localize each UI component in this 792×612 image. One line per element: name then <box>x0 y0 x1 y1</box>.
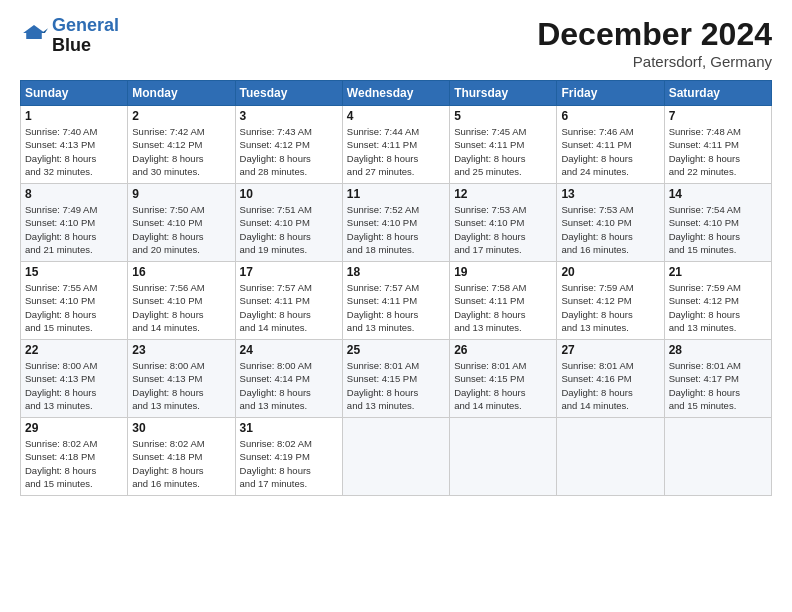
calendar-cell: 18Sunrise: 7:57 AM Sunset: 4:11 PM Dayli… <box>342 262 449 340</box>
day-detail: Sunrise: 7:44 AM Sunset: 4:11 PM Dayligh… <box>347 125 445 178</box>
calendar-cell: 5Sunrise: 7:45 AM Sunset: 4:11 PM Daylig… <box>450 106 557 184</box>
day-detail: Sunrise: 7:54 AM Sunset: 4:10 PM Dayligh… <box>669 203 767 256</box>
calendar: SundayMondayTuesdayWednesdayThursdayFrid… <box>20 80 772 496</box>
day-number: 14 <box>669 187 767 201</box>
calendar-cell: 14Sunrise: 7:54 AM Sunset: 4:10 PM Dayli… <box>664 184 771 262</box>
day-number: 24 <box>240 343 338 357</box>
day-detail: Sunrise: 7:53 AM Sunset: 4:10 PM Dayligh… <box>561 203 659 256</box>
day-detail: Sunrise: 7:46 AM Sunset: 4:11 PM Dayligh… <box>561 125 659 178</box>
weekday-header-sunday: Sunday <box>21 81 128 106</box>
weekday-header-row: SundayMondayTuesdayWednesdayThursdayFrid… <box>21 81 772 106</box>
day-detail: Sunrise: 7:49 AM Sunset: 4:10 PM Dayligh… <box>25 203 123 256</box>
day-detail: Sunrise: 8:01 AM Sunset: 4:16 PM Dayligh… <box>561 359 659 412</box>
calendar-cell: 23Sunrise: 8:00 AM Sunset: 4:13 PM Dayli… <box>128 340 235 418</box>
day-number: 16 <box>132 265 230 279</box>
calendar-cell: 3Sunrise: 7:43 AM Sunset: 4:12 PM Daylig… <box>235 106 342 184</box>
day-detail: Sunrise: 7:43 AM Sunset: 4:12 PM Dayligh… <box>240 125 338 178</box>
weekday-header-tuesday: Tuesday <box>235 81 342 106</box>
calendar-cell: 2Sunrise: 7:42 AM Sunset: 4:12 PM Daylig… <box>128 106 235 184</box>
calendar-cell: 4Sunrise: 7:44 AM Sunset: 4:11 PM Daylig… <box>342 106 449 184</box>
day-number: 15 <box>25 265 123 279</box>
day-detail: Sunrise: 8:00 AM Sunset: 4:14 PM Dayligh… <box>240 359 338 412</box>
header: General Blue December 2024 Patersdorf, G… <box>20 16 772 70</box>
calendar-week-2: 8Sunrise: 7:49 AM Sunset: 4:10 PM Daylig… <box>21 184 772 262</box>
day-detail: Sunrise: 8:00 AM Sunset: 4:13 PM Dayligh… <box>25 359 123 412</box>
calendar-cell: 27Sunrise: 8:01 AM Sunset: 4:16 PM Dayli… <box>557 340 664 418</box>
calendar-cell: 8Sunrise: 7:49 AM Sunset: 4:10 PM Daylig… <box>21 184 128 262</box>
day-detail: Sunrise: 8:01 AM Sunset: 4:15 PM Dayligh… <box>454 359 552 412</box>
calendar-cell <box>450 418 557 496</box>
day-detail: Sunrise: 7:52 AM Sunset: 4:10 PM Dayligh… <box>347 203 445 256</box>
weekday-header-monday: Monday <box>128 81 235 106</box>
calendar-cell: 6Sunrise: 7:46 AM Sunset: 4:11 PM Daylig… <box>557 106 664 184</box>
title-block: December 2024 Patersdorf, Germany <box>537 16 772 70</box>
calendar-cell: 15Sunrise: 7:55 AM Sunset: 4:10 PM Dayli… <box>21 262 128 340</box>
calendar-cell: 29Sunrise: 8:02 AM Sunset: 4:18 PM Dayli… <box>21 418 128 496</box>
calendar-cell: 24Sunrise: 8:00 AM Sunset: 4:14 PM Dayli… <box>235 340 342 418</box>
day-detail: Sunrise: 8:01 AM Sunset: 4:15 PM Dayligh… <box>347 359 445 412</box>
day-number: 20 <box>561 265 659 279</box>
day-number: 30 <box>132 421 230 435</box>
day-number: 7 <box>669 109 767 123</box>
day-number: 28 <box>669 343 767 357</box>
calendar-cell: 12Sunrise: 7:53 AM Sunset: 4:10 PM Dayli… <box>450 184 557 262</box>
calendar-cell: 25Sunrise: 8:01 AM Sunset: 4:15 PM Dayli… <box>342 340 449 418</box>
calendar-week-3: 15Sunrise: 7:55 AM Sunset: 4:10 PM Dayli… <box>21 262 772 340</box>
day-detail: Sunrise: 7:40 AM Sunset: 4:13 PM Dayligh… <box>25 125 123 178</box>
calendar-cell: 30Sunrise: 8:02 AM Sunset: 4:18 PM Dayli… <box>128 418 235 496</box>
day-detail: Sunrise: 7:57 AM Sunset: 4:11 PM Dayligh… <box>347 281 445 334</box>
calendar-week-5: 29Sunrise: 8:02 AM Sunset: 4:18 PM Dayli… <box>21 418 772 496</box>
day-detail: Sunrise: 7:55 AM Sunset: 4:10 PM Dayligh… <box>25 281 123 334</box>
day-number: 22 <box>25 343 123 357</box>
day-number: 8 <box>25 187 123 201</box>
day-detail: Sunrise: 7:58 AM Sunset: 4:11 PM Dayligh… <box>454 281 552 334</box>
weekday-header-friday: Friday <box>557 81 664 106</box>
day-number: 2 <box>132 109 230 123</box>
day-number: 19 <box>454 265 552 279</box>
day-number: 31 <box>240 421 338 435</box>
day-detail: Sunrise: 8:02 AM Sunset: 4:18 PM Dayligh… <box>25 437 123 490</box>
day-number: 9 <box>132 187 230 201</box>
day-number: 12 <box>454 187 552 201</box>
logo: General Blue <box>20 16 119 56</box>
day-number: 13 <box>561 187 659 201</box>
calendar-cell: 13Sunrise: 7:53 AM Sunset: 4:10 PM Dayli… <box>557 184 664 262</box>
weekday-header-saturday: Saturday <box>664 81 771 106</box>
month-title: December 2024 <box>537 16 772 53</box>
calendar-cell <box>342 418 449 496</box>
calendar-cell: 19Sunrise: 7:58 AM Sunset: 4:11 PM Dayli… <box>450 262 557 340</box>
logo-icon <box>20 22 48 50</box>
calendar-cell <box>664 418 771 496</box>
day-number: 23 <box>132 343 230 357</box>
day-number: 25 <box>347 343 445 357</box>
calendar-cell: 10Sunrise: 7:51 AM Sunset: 4:10 PM Dayli… <box>235 184 342 262</box>
day-detail: Sunrise: 8:00 AM Sunset: 4:13 PM Dayligh… <box>132 359 230 412</box>
day-detail: Sunrise: 7:50 AM Sunset: 4:10 PM Dayligh… <box>132 203 230 256</box>
logo-text: General Blue <box>52 16 119 56</box>
day-detail: Sunrise: 8:02 AM Sunset: 4:18 PM Dayligh… <box>132 437 230 490</box>
day-detail: Sunrise: 8:02 AM Sunset: 4:19 PM Dayligh… <box>240 437 338 490</box>
calendar-cell: 7Sunrise: 7:48 AM Sunset: 4:11 PM Daylig… <box>664 106 771 184</box>
day-detail: Sunrise: 7:56 AM Sunset: 4:10 PM Dayligh… <box>132 281 230 334</box>
calendar-cell: 31Sunrise: 8:02 AM Sunset: 4:19 PM Dayli… <box>235 418 342 496</box>
calendar-cell: 17Sunrise: 7:57 AM Sunset: 4:11 PM Dayli… <box>235 262 342 340</box>
calendar-cell <box>557 418 664 496</box>
calendar-cell: 16Sunrise: 7:56 AM Sunset: 4:10 PM Dayli… <box>128 262 235 340</box>
day-number: 5 <box>454 109 552 123</box>
day-number: 26 <box>454 343 552 357</box>
calendar-cell: 22Sunrise: 8:00 AM Sunset: 4:13 PM Dayli… <box>21 340 128 418</box>
day-detail: Sunrise: 7:51 AM Sunset: 4:10 PM Dayligh… <box>240 203 338 256</box>
day-detail: Sunrise: 7:59 AM Sunset: 4:12 PM Dayligh… <box>669 281 767 334</box>
day-number: 3 <box>240 109 338 123</box>
day-number: 21 <box>669 265 767 279</box>
day-number: 18 <box>347 265 445 279</box>
day-number: 11 <box>347 187 445 201</box>
weekday-header-wednesday: Wednesday <box>342 81 449 106</box>
day-detail: Sunrise: 7:53 AM Sunset: 4:10 PM Dayligh… <box>454 203 552 256</box>
day-detail: Sunrise: 7:59 AM Sunset: 4:12 PM Dayligh… <box>561 281 659 334</box>
day-number: 6 <box>561 109 659 123</box>
calendar-cell: 9Sunrise: 7:50 AM Sunset: 4:10 PM Daylig… <box>128 184 235 262</box>
day-number: 17 <box>240 265 338 279</box>
weekday-header-thursday: Thursday <box>450 81 557 106</box>
calendar-cell: 20Sunrise: 7:59 AM Sunset: 4:12 PM Dayli… <box>557 262 664 340</box>
